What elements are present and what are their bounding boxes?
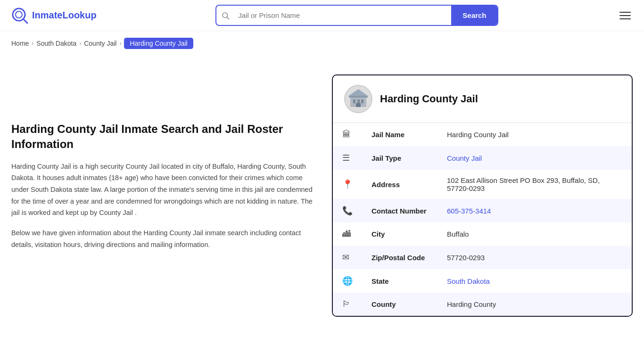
table-row: 📞Contact Number605-375-3414 xyxy=(333,199,632,222)
row-icon: 🌐 xyxy=(333,269,362,293)
jail-avatar xyxy=(344,85,372,113)
hamburger-line-1 xyxy=(619,12,631,13)
search-input[interactable] xyxy=(234,7,451,24)
search-wrapper: Search xyxy=(215,5,498,26)
main-content: Harding County Jail Inmate Search and Ja… xyxy=(0,56,644,336)
hamburger-line-2 xyxy=(619,15,631,16)
breadcrumb-state[interactable]: South Dakota xyxy=(36,40,76,47)
row-label: City xyxy=(362,222,438,246)
hamburger-menu[interactable] xyxy=(618,10,633,21)
table-row: 🏙CityBuffalo xyxy=(333,222,632,246)
svg-rect-11 xyxy=(356,103,361,107)
row-value-link[interactable]: 605-375-3414 xyxy=(447,207,491,215)
description-2: Below we have given information about th… xyxy=(11,227,313,250)
row-value: 102 East Allison Street PO Box 293, Buff… xyxy=(438,170,632,199)
info-table: 🏛Jail NameHarding County Jail☰Jail TypeC… xyxy=(333,123,632,316)
row-value: Buffalo xyxy=(438,222,632,246)
row-icon: ✉ xyxy=(333,246,362,269)
row-value: 57720-0293 xyxy=(438,246,632,269)
svg-rect-8 xyxy=(361,99,363,103)
row-value: Harding County xyxy=(438,293,632,316)
table-row: ✉Zip/Postal Code57720-0293 xyxy=(333,246,632,269)
breadcrumb-home[interactable]: Home xyxy=(11,40,29,47)
breadcrumb-chevron-2: › xyxy=(79,40,81,47)
left-column: Harding County Jail Inmate Search and Ja… xyxy=(11,65,313,317)
svg-point-2 xyxy=(16,11,22,18)
svg-line-4 xyxy=(227,17,229,19)
breadcrumb-chevron-1: › xyxy=(32,40,33,47)
jail-building-icon xyxy=(347,87,370,111)
logo-text: InmateLookup xyxy=(32,10,97,21)
search-area: Search xyxy=(215,5,498,26)
row-label: Jail Type xyxy=(362,146,438,170)
row-label: Address xyxy=(362,170,438,199)
row-icon: 📞 xyxy=(333,199,362,222)
svg-rect-6 xyxy=(353,99,355,103)
info-card: Harding County Jail 🏛Jail NameHarding Co… xyxy=(332,74,633,317)
table-row: 📍Address102 East Allison Street PO Box 2… xyxy=(333,170,632,199)
description-1: Harding County Jail is a high security C… xyxy=(11,161,313,219)
row-value[interactable]: County Jail xyxy=(438,146,632,170)
row-icon: 🏳 xyxy=(333,293,362,316)
row-value[interactable]: South Dakota xyxy=(438,269,632,293)
row-icon: 🏙 xyxy=(333,222,362,246)
logo[interactable]: InmateLookup xyxy=(11,7,97,24)
breadcrumb: Home › South Dakota › County Jail › Hard… xyxy=(0,31,644,56)
svg-marker-10 xyxy=(349,89,368,96)
row-label: Jail Name xyxy=(362,123,438,146)
card-title: Harding County Jail xyxy=(380,93,478,105)
table-row: 🏳CountyHarding County xyxy=(333,293,632,316)
site-header: InmateLookup Search xyxy=(0,0,644,31)
breadcrumb-type[interactable]: County Jail xyxy=(84,40,116,47)
table-row: ☰Jail TypeCounty Jail xyxy=(333,146,632,170)
breadcrumb-current: Harding County Jail xyxy=(124,38,193,49)
search-button[interactable]: Search xyxy=(451,6,497,25)
search-icon xyxy=(216,11,234,20)
right-column: Harding County Jail 🏛Jail NameHarding Co… xyxy=(332,65,633,317)
row-label: Zip/Postal Code xyxy=(362,246,438,269)
svg-rect-9 xyxy=(349,96,368,98)
row-icon: 📍 xyxy=(333,170,362,199)
row-value-link[interactable]: South Dakota xyxy=(447,277,490,285)
logo-icon xyxy=(11,7,28,24)
row-label: Contact Number xyxy=(362,199,438,222)
page-title: Harding County Jail Inmate Search and Ja… xyxy=(11,122,313,152)
svg-line-1 xyxy=(23,19,27,23)
table-row: 🌐StateSouth Dakota xyxy=(333,269,632,293)
row-value[interactable]: 605-375-3414 xyxy=(438,199,632,222)
row-icon: 🏛 xyxy=(333,123,362,146)
row-value: Harding County Jail xyxy=(438,123,632,146)
hamburger-line-3 xyxy=(619,18,631,19)
row-value-link[interactable]: County Jail xyxy=(447,154,482,162)
row-icon: ☰ xyxy=(333,146,362,170)
breadcrumb-chevron-3: › xyxy=(119,40,121,47)
card-header: Harding County Jail xyxy=(333,75,632,123)
row-label: County xyxy=(362,293,438,316)
table-row: 🏛Jail NameHarding County Jail xyxy=(333,123,632,146)
svg-rect-7 xyxy=(357,99,360,103)
row-label: State xyxy=(362,269,438,293)
